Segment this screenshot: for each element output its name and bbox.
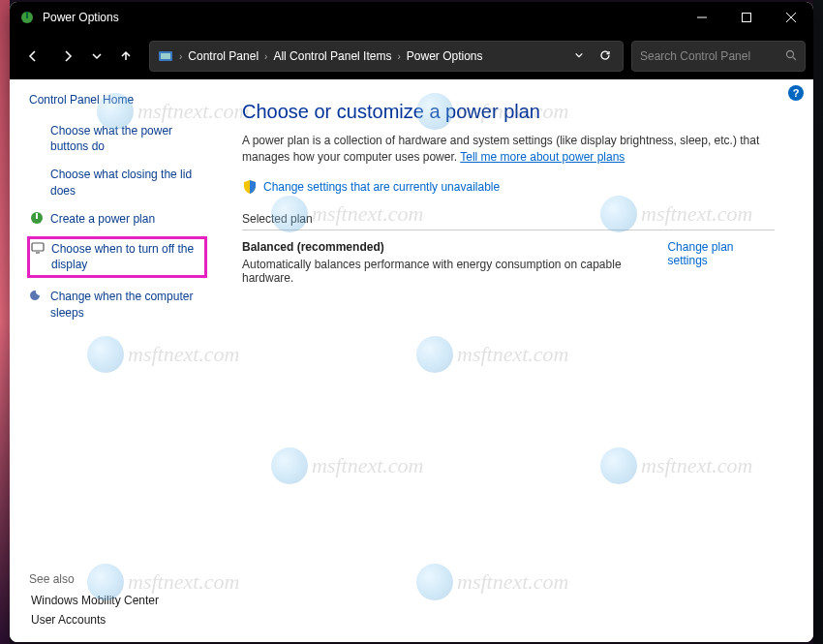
sidebar-item-label: Change when the computer sleeps <box>50 288 203 320</box>
svg-line-9 <box>793 57 796 60</box>
sidebar-item-label: Create a power plan <box>50 210 155 227</box>
control-panel-home-link[interactable]: Control Panel Home <box>29 93 203 107</box>
change-unavailable-link[interactable]: Change settings that are currently unava… <box>242 179 775 195</box>
see-also-user-accounts[interactable]: User Accounts <box>29 613 203 627</box>
content-area: ? Control Panel Home Choose what the pow… <box>10 79 813 642</box>
shield-icon <box>242 179 258 195</box>
sidebar-item-computer-sleeps[interactable]: Change when the computer sleeps <box>29 286 203 322</box>
window-title: Power Options <box>43 11 119 24</box>
chevron-right-icon: › <box>179 51 182 62</box>
see-also-heading: See also <box>29 572 203 586</box>
titlebar: Power Options <box>10 2 813 33</box>
see-also-mobility-center[interactable]: Windows Mobility Center <box>29 594 203 607</box>
chevron-right-icon: › <box>264 51 267 62</box>
display-icon <box>30 240 46 256</box>
sidebar-item-label: Choose when to turn off the display <box>51 240 200 272</box>
sidebar-item-turn-off-display[interactable]: Choose when to turn off the display <box>27 236 207 278</box>
sidebar-item-closing-lid[interactable]: Choose what closing the lid does <box>29 164 203 199</box>
up-button[interactable] <box>110 41 141 72</box>
svg-point-8 <box>787 50 794 57</box>
sidebar-item-label: Choose what closing the lid does <box>50 166 203 198</box>
change-unavailable-text: Change settings that are currently unava… <box>263 180 500 194</box>
navbar: › Control Panel › All Control Panel Item… <box>10 33 813 79</box>
plan-icon <box>29 210 45 226</box>
change-plan-settings-link[interactable]: Change plan settings <box>667 240 775 267</box>
help-icon[interactable]: ? <box>788 85 804 101</box>
learn-more-link[interactable]: Tell me more about power plans <box>460 150 625 164</box>
refresh-button[interactable] <box>595 49 615 64</box>
search-placeholder: Search Control Panel <box>640 49 785 63</box>
breadcrumb-item[interactable]: Power Options <box>407 49 483 63</box>
minimize-button[interactable] <box>680 2 724 33</box>
sidebar-item-power-buttons[interactable]: Choose what the power buttons do <box>29 120 203 156</box>
plan-name: Balanced (recommended) <box>242 240 667 254</box>
page-description: A power plan is a collection of hardware… <box>242 133 775 166</box>
search-input[interactable]: Search Control Panel <box>631 41 806 72</box>
maximize-button[interactable] <box>724 2 769 33</box>
power-options-window: Power Options › Control P <box>10 2 813 642</box>
back-button[interactable] <box>17 41 48 72</box>
plan-row: Balanced (recommended) Automatically bal… <box>242 240 775 285</box>
svg-rect-11 <box>36 213 38 219</box>
svg-rect-7 <box>161 53 170 59</box>
page-heading: Choose or customize a power plan <box>242 101 775 123</box>
selected-plan-heading: Selected plan <box>242 212 775 230</box>
forward-button[interactable] <box>52 41 83 72</box>
sidebar-item-create-plan[interactable]: Create a power plan <box>29 208 203 229</box>
svg-rect-1 <box>26 12 28 18</box>
app-icon <box>19 10 35 25</box>
breadcrumb-item[interactable]: All Control Panel Items <box>273 49 391 63</box>
sidebar: Control Panel Home Choose what the power… <box>10 79 213 642</box>
breadcrumb-item[interactable]: Control Panel <box>188 49 259 63</box>
plan-description: Automatically balances performance with … <box>242 258 667 285</box>
chevron-right-icon: › <box>397 51 400 62</box>
main-panel: Choose or customize a power plan A power… <box>213 79 813 642</box>
close-button[interactable] <box>769 2 813 33</box>
sleep-icon <box>29 288 45 303</box>
svg-rect-12 <box>32 243 44 251</box>
sidebar-item-label: Choose what the power buttons do <box>50 122 203 154</box>
recent-dropdown[interactable] <box>87 41 107 72</box>
address-bar[interactable]: › Control Panel › All Control Panel Item… <box>149 41 624 72</box>
search-icon <box>785 49 797 64</box>
address-dropdown-icon[interactable] <box>568 49 590 63</box>
svg-rect-3 <box>743 14 751 22</box>
control-panel-icon <box>158 48 173 64</box>
